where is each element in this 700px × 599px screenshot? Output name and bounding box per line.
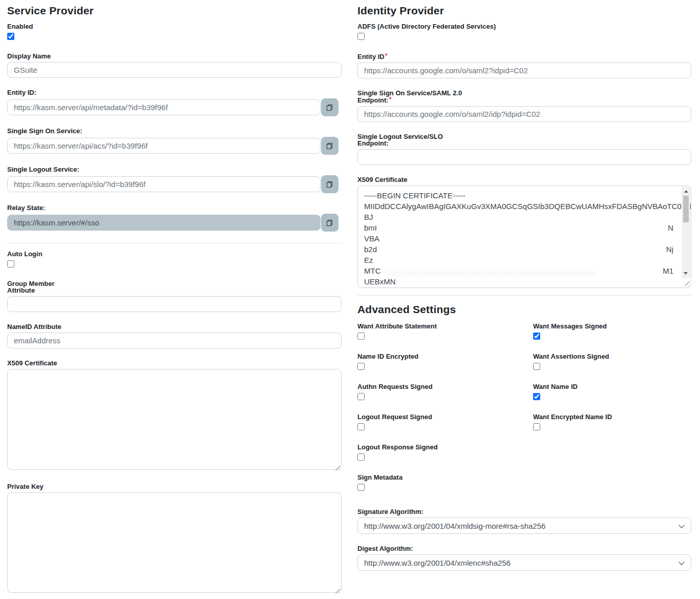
auto-login-checkbox[interactable] [7, 260, 14, 267]
group-member-attribute-field: Group Member Attribute [7, 280, 342, 312]
copy-icon [326, 219, 334, 227]
sp-sso-field: Single Sign On Service: [7, 128, 342, 155]
sp-slo-field: Single Logout Service: [7, 166, 342, 193]
nameid-attribute-label: NameID Attribute [7, 323, 342, 330]
idp-sso-endpoint-field: Single Sign On Service/SAML 2.0 Endpoint… [357, 90, 691, 122]
copy-relay-state-button[interactable] [321, 214, 338, 232]
service-provider-title: Service Provider [7, 4, 342, 17]
logout-request-signed-checkbox[interactable] [357, 423, 365, 430]
digest-algorithm-select[interactable]: http://www.w3.org/2001/04/xmlenc#sha256 [357, 554, 691, 571]
sp-sso-input[interactable] [7, 138, 321, 154]
idp-entity-id-input[interactable] [357, 63, 691, 78]
idp-divider [357, 295, 691, 296]
logout-request-signed-field: Logout Request Signed [357, 414, 533, 430]
copy-entity-id-button[interactable] [321, 98, 338, 116]
copy-sso-button[interactable] [321, 137, 338, 155]
idp-slo-endpoint-label: Single Logout Service/SLO Endpoint: [357, 133, 691, 147]
idp-sso-endpoint-label: Single Sign On Service/SAML 2.0 Endpoint… [357, 90, 691, 104]
sp-entity-id-field: Entity ID: [7, 89, 342, 116]
sp-x509-field: X509 Certificate [7, 360, 342, 472]
saml-settings-page: Service Provider Enabled Display Name En… [0, 0, 700, 599]
sp-sso-label: Single Sign On Service: [7, 128, 342, 134]
private-key-label: Private Key [7, 483, 342, 490]
copy-slo-button[interactable] [321, 175, 338, 193]
signature-algorithm-select[interactable]: http://www.w3.org/2001/04/xmldsig-more#r… [357, 518, 691, 534]
adfs-label: ADFS (Active Directory Federated Service… [357, 23, 691, 30]
copy-icon [326, 142, 334, 150]
group-member-attribute-input[interactable] [7, 296, 342, 312]
redacted-text: ........................................… [384, 265, 660, 276]
auto-login-label: Auto Login [7, 251, 342, 257]
relay-state-field: Relay State: [7, 204, 342, 232]
signature-algorithm-field: Signature Algorithm: http://www.w3.org/2… [357, 508, 691, 534]
service-provider-section: Service Provider Enabled Display Name En… [7, 0, 342, 599]
required-asterisk: * [389, 96, 392, 103]
idp-sso-endpoint-input[interactable] [357, 106, 691, 122]
relay-state-label: Relay State: [7, 204, 342, 211]
scrollbar-thumb[interactable] [683, 196, 689, 222]
want-attribute-statement-checkbox[interactable] [357, 333, 365, 340]
nameid-attribute-field: NameID Attribute [7, 323, 342, 348]
private-key-textarea[interactable] [7, 492, 342, 593]
want-encrypted-name-id-checkbox[interactable] [533, 423, 540, 430]
sp-divider [7, 243, 342, 243]
sp-slo-label: Single Logout Service: [7, 166, 342, 173]
idp-slo-endpoint-field: Single Logout Service/SLO Endpoint: [357, 133, 691, 165]
name-id-encrypted-checkbox[interactable] [357, 363, 365, 370]
scroll-up-icon[interactable] [684, 190, 688, 193]
sign-metadata-checkbox[interactable] [357, 484, 365, 491]
adfs-field: ADFS (Active Directory Federated Service… [357, 23, 691, 40]
copy-icon [326, 104, 334, 112]
enabled-label: Enabled [7, 23, 342, 30]
sp-x509-textarea[interactable] [7, 369, 342, 470]
want-messages-signed-field: Want Messages Signed [533, 323, 691, 340]
copy-icon [326, 180, 334, 189]
private-key-field: Private Key [7, 483, 342, 595]
nameid-attribute-input[interactable] [7, 333, 342, 348]
digest-algorithm-field: Digest Algorithm: http://www.w3.org/2001… [357, 545, 691, 571]
resize-grip-icon[interactable] [684, 280, 689, 286]
want-attribute-statement-field: Want Attribute Statement [357, 323, 533, 340]
logout-response-signed-field: Logout Response Signed [357, 444, 533, 461]
want-assertions-signed-checkbox[interactable] [533, 363, 540, 370]
display-name-label: Display Name [7, 53, 342, 59]
want-name-id-checkbox[interactable] [533, 393, 540, 400]
want-assertions-signed-field: Want Assertions Signed [533, 353, 691, 370]
sp-x509-label: X509 Certificate [7, 360, 342, 366]
idp-entity-id-label: Entity ID* [357, 53, 691, 60]
authn-requests-signed-checkbox[interactable] [357, 393, 365, 400]
grid-spacer [533, 474, 691, 504]
advanced-settings-grid: Want Attribute Statement Want Messages S… [357, 323, 691, 504]
want-messages-signed-checkbox[interactable] [533, 333, 540, 340]
scrollbar[interactable] [682, 187, 690, 278]
advanced-settings-title: Advanced Settings [357, 303, 691, 316]
scroll-down-icon[interactable] [684, 272, 688, 275]
sp-entity-id-input[interactable] [7, 99, 321, 115]
idp-slo-endpoint-input[interactable] [357, 149, 691, 165]
idp-entity-id-field: Entity ID* [357, 53, 691, 78]
grid-spacer [533, 444, 691, 474]
relay-state-input [7, 215, 321, 231]
authn-requests-signed-field: Authn Requests Signed [357, 383, 533, 400]
signature-algorithm-label: Signature Algorithm: [357, 508, 691, 515]
group-member-attribute-label: Group Member Attribute [7, 280, 342, 294]
want-encrypted-name-id-field: Want Encrypted Name ID [533, 414, 691, 430]
display-name-input[interactable] [7, 62, 342, 78]
logout-response-signed-checkbox[interactable] [357, 453, 365, 461]
sp-entity-id-label: Entity ID: [7, 89, 342, 96]
sp-slo-input[interactable] [7, 176, 321, 192]
name-id-encrypted-field: Name ID Encrypted [357, 353, 533, 370]
auto-login-field: Auto Login [7, 251, 342, 267]
identity-provider-title: Identity Provider [357, 4, 691, 17]
idp-x509-field: X509 Certificate -----BEGIN CERTIFICATE-… [357, 176, 691, 288]
adfs-checkbox[interactable] [357, 33, 365, 40]
digest-algorithm-label: Digest Algorithm: [357, 545, 691, 552]
idp-x509-label: X509 Certificate [357, 176, 691, 183]
sign-metadata-field: Sign Metadata [357, 474, 533, 491]
idp-x509-textarea[interactable]: -----BEGIN CERTIFICATE----- MIIDdDCCAlyg… [357, 185, 691, 288]
enabled-field: Enabled [7, 23, 342, 40]
identity-provider-section: Identity Provider ADFS (Active Directory… [357, 0, 691, 582]
required-asterisk: * [385, 52, 388, 59]
enabled-checkbox[interactable] [7, 33, 14, 40]
want-name-id-field: Want Name ID [533, 383, 691, 400]
